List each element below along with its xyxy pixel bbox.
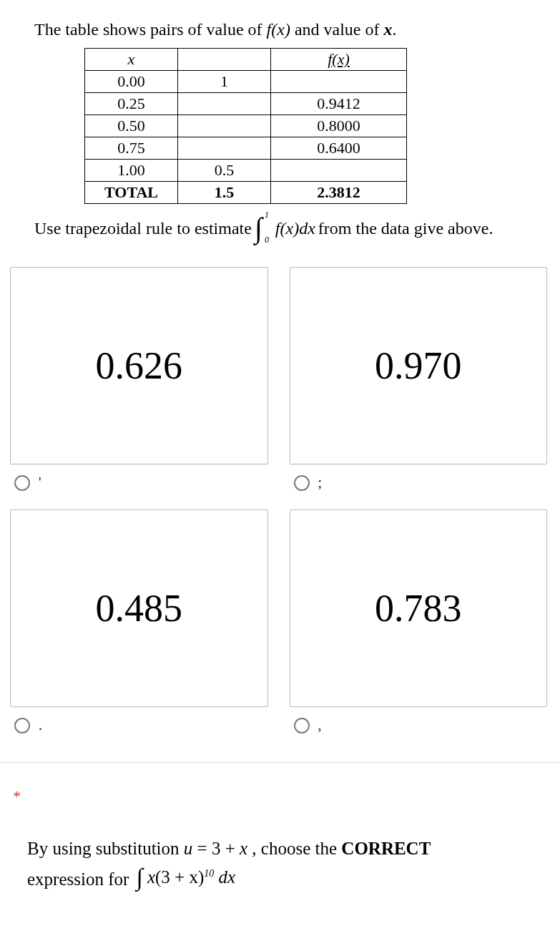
cell-x: 0.00 (85, 71, 178, 93)
option-box: 0.626 (10, 267, 268, 464)
intro-x: x (384, 20, 393, 39)
option-radio-row[interactable]: . (14, 717, 268, 733)
table-row: 0.00 1 (85, 71, 407, 93)
total-label: TOTAL (85, 182, 178, 204)
int2-dx: dx (214, 867, 235, 887)
option-c: 0.485 . (10, 510, 268, 733)
cell-x: 0.50 (85, 115, 178, 137)
option-box: 0.485 (10, 510, 268, 707)
question2-text: By using substitution u = 3 + x , choose… (27, 834, 547, 894)
radio-label: . (39, 717, 42, 733)
cell-fx: 0.6400 (271, 137, 407, 160)
radio-label: ' (39, 474, 41, 491)
radio-icon[interactable] (14, 718, 30, 733)
int2-body: x(3 + x)10 dx (147, 863, 235, 892)
int2-paren: (3 + x) (155, 867, 204, 887)
table-row: 0.50 0.8000 (85, 115, 407, 137)
integral-expression: ∫ 1 0 f(x)dx (255, 214, 315, 243)
cell-fx: 0.9412 (271, 93, 407, 115)
table-total-row: TOTAL 1.5 2.3812 (85, 182, 407, 204)
radio-label: , (318, 717, 322, 733)
instruction-post: from the data give above. (318, 219, 493, 238)
q2-u: u (184, 839, 193, 858)
cell-mid (178, 93, 271, 115)
option-a: 0.626 ' (10, 267, 268, 491)
cell-x: 1.00 (85, 160, 178, 182)
q2-mid: , choose the (247, 839, 341, 858)
cell-x: 0.25 (85, 93, 178, 115)
option-value: 0.626 (96, 343, 183, 388)
int2-exp: 10 (204, 868, 214, 879)
radio-label: ; (318, 474, 323, 491)
cell-mid (178, 115, 271, 137)
q2-line2-pre: expression for (27, 869, 134, 889)
intro-mid: and value of (290, 20, 384, 39)
int-x: (x) (280, 219, 300, 238)
option-d: 0.783 , (290, 510, 548, 733)
option-radio-row[interactable]: ' (14, 474, 268, 491)
data-table: x f(x) 0.00 1 0.25 0.9412 0.50 0.8000 0.… (84, 48, 407, 204)
int-f: f (275, 219, 280, 238)
radio-icon[interactable] (14, 475, 30, 491)
cell-x: 0.75 (85, 137, 178, 160)
integral-upper: 1 (265, 210, 269, 220)
required-asterisk: * (13, 787, 547, 806)
options-grid: 0.626 ' 0.970 ; 0.485 . 0.783 , (10, 267, 547, 733)
header-mid (178, 49, 271, 71)
table-row: 0.25 0.9412 (85, 93, 407, 115)
cell-mid: 1 (178, 71, 271, 93)
cell-fx (271, 160, 407, 182)
table-row: 0.75 0.6400 (85, 137, 407, 160)
int-dx: dx (299, 219, 315, 238)
option-box: 0.783 (290, 510, 548, 707)
q2-pre: By using substitution (27, 839, 184, 858)
question-intro: The table shows pairs of value of f(x) a… (34, 20, 547, 39)
option-value: 0.485 (96, 586, 183, 630)
integral-sign-icon: ∫ (255, 214, 262, 243)
radio-icon[interactable] (294, 718, 310, 733)
cell-mid (178, 137, 271, 160)
table-row: 1.00 0.5 (85, 160, 407, 182)
option-b: 0.970 ; (290, 267, 548, 491)
option-box: 0.970 (290, 267, 548, 464)
cell-mid: 0.5 (178, 160, 271, 182)
instruction-pre: Use trapezoidal rule to estimate (34, 219, 252, 238)
option-value: 0.783 (375, 586, 462, 630)
cell-fx: 0.8000 (271, 115, 407, 137)
integral-lower: 0 (265, 235, 269, 245)
int2-x: x (147, 867, 155, 887)
option-radio-row[interactable]: ; (294, 474, 548, 491)
q2-eq: = 3 + (192, 839, 240, 858)
header-fx: f(x) (271, 49, 407, 71)
intro-fx: f(x) (267, 20, 290, 39)
intro-end: . (393, 20, 397, 39)
cell-fx (271, 71, 407, 93)
option-value: 0.970 (375, 343, 462, 388)
total-fx: 2.3812 (271, 182, 407, 204)
integral-sign-icon: ∫ (137, 865, 143, 889)
radio-icon[interactable] (294, 475, 310, 491)
integral-expression-2: ∫ x(3 + x)10 dx (137, 863, 236, 892)
intro-pre: The table shows pairs of value of (34, 20, 267, 39)
q2-x: x (240, 839, 247, 858)
table-header-row: x f(x) (85, 49, 407, 71)
header-x: x (85, 49, 178, 71)
total-mid: 1.5 (178, 182, 271, 204)
integral-body: f(x)dx (275, 219, 315, 238)
divider (0, 762, 560, 763)
q2-correct: CORRECT (341, 839, 431, 858)
instruction-text: Use trapezoidal rule to estimate ∫ 1 0 f… (34, 214, 547, 243)
option-radio-row[interactable]: , (294, 717, 548, 733)
